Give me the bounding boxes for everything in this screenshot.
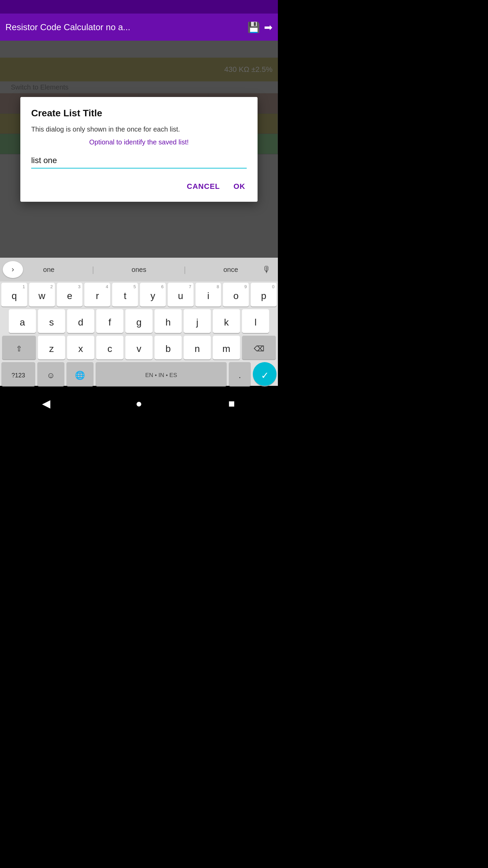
key-v[interactable]: v: [125, 336, 152, 359]
key-f[interactable]: f: [96, 309, 123, 333]
autocomplete-word-one[interactable]: one: [40, 264, 57, 275]
dialog-actions: CANCEL OK: [31, 179, 247, 194]
exit-icon[interactable]: ➡: [264, 21, 272, 33]
space-key[interactable]: EN • IN • ES: [96, 362, 227, 386]
autocomplete-word-once[interactable]: once: [221, 264, 241, 275]
cancel-button[interactable]: CANCEL: [185, 179, 221, 194]
globe-key[interactable]: 🌐: [66, 362, 94, 386]
key-h[interactable]: h: [155, 309, 182, 333]
dialog-title: Create List Title: [31, 108, 247, 119]
key-p[interactable]: 0p: [251, 283, 277, 307]
dot-key[interactable]: .: [229, 362, 251, 386]
dialog-input[interactable]: [31, 153, 247, 168]
emoji-key[interactable]: ☺: [37, 362, 64, 386]
ok-button[interactable]: OK: [232, 179, 247, 194]
background-content: 430 KΩ ±2.5% Switch to Elements 3 3 1KΩ …: [0, 41, 278, 258]
keyboard: 1q 2w 3e 4r 5t 6y 7u 8i 9o 0p a s d f g …: [0, 281, 278, 386]
back-button[interactable]: ◀: [33, 393, 60, 414]
dialog-optional: Optional to identify the saved list!: [31, 138, 247, 146]
microphone-icon[interactable]: 🎙: [258, 261, 275, 278]
key-row-2: a s d f g h j k l: [1, 309, 277, 333]
key-j[interactable]: j: [184, 309, 211, 333]
autocomplete-bar: › one | ones | once 🎙: [0, 258, 278, 281]
key-a[interactable]: a: [9, 309, 36, 333]
shift-key[interactable]: ⇧: [2, 336, 36, 359]
app-title: Resistor Code Calculator no a...: [5, 22, 243, 33]
key-row-3: ⇧ z x c v b n m ⌫: [1, 336, 277, 359]
autocomplete-word-ones[interactable]: ones: [129, 264, 149, 275]
dialog-overlay: Create List Title This dialog is only sh…: [0, 41, 278, 258]
key-y[interactable]: 6y: [140, 283, 166, 307]
key-n[interactable]: n: [184, 336, 211, 359]
key-o[interactable]: 9o: [223, 283, 249, 307]
key-r[interactable]: 4r: [84, 283, 110, 307]
dialog-input-wrapper: [31, 153, 247, 169]
nav-bar: ◀ ● ■: [0, 390, 278, 417]
autocomplete-suggestions: one | ones | once: [23, 264, 258, 275]
key-s[interactable]: s: [38, 309, 65, 333]
status-bar: [0, 0, 278, 14]
app-toolbar: Resistor Code Calculator no a... 💾 ➡: [0, 14, 278, 41]
key-t[interactable]: 5t: [112, 283, 138, 307]
key-m[interactable]: m: [213, 336, 240, 359]
key-l[interactable]: l: [242, 309, 269, 333]
dialog-body: This dialog is only shown in the once fo…: [31, 124, 247, 134]
key-e[interactable]: 3e: [57, 283, 83, 307]
key-g[interactable]: g: [125, 309, 152, 333]
home-button[interactable]: ●: [125, 393, 152, 414]
enter-key[interactable]: ✓: [253, 362, 277, 386]
key-i[interactable]: 8i: [196, 283, 221, 307]
key-z[interactable]: z: [38, 336, 65, 359]
key-x[interactable]: x: [67, 336, 94, 359]
key-b[interactable]: b: [155, 336, 182, 359]
key-row-1: 1q 2w 3e 4r 5t 6y 7u 8i 9o 0p: [1, 283, 277, 307]
key-k[interactable]: k: [213, 309, 240, 333]
save-icon[interactable]: 💾: [247, 21, 260, 33]
keyboard-area: › one | ones | once 🎙 1q 2w 3e 4r 5t 6y …: [0, 258, 278, 386]
key-q[interactable]: 1q: [1, 283, 27, 307]
key-u[interactable]: 7u: [168, 283, 194, 307]
key-w[interactable]: 2w: [29, 283, 55, 307]
key-d[interactable]: d: [67, 309, 94, 333]
backspace-key[interactable]: ⌫: [242, 336, 276, 359]
autocomplete-arrow[interactable]: ›: [3, 261, 23, 278]
key-c[interactable]: c: [96, 336, 123, 359]
symbols-key[interactable]: ?123: [1, 362, 35, 386]
recent-button[interactable]: ■: [218, 393, 245, 414]
dialog: Create List Title This dialog is only sh…: [20, 97, 258, 202]
key-row-4: ?123 ☺ 🌐 EN • IN • ES . ✓: [1, 362, 277, 386]
